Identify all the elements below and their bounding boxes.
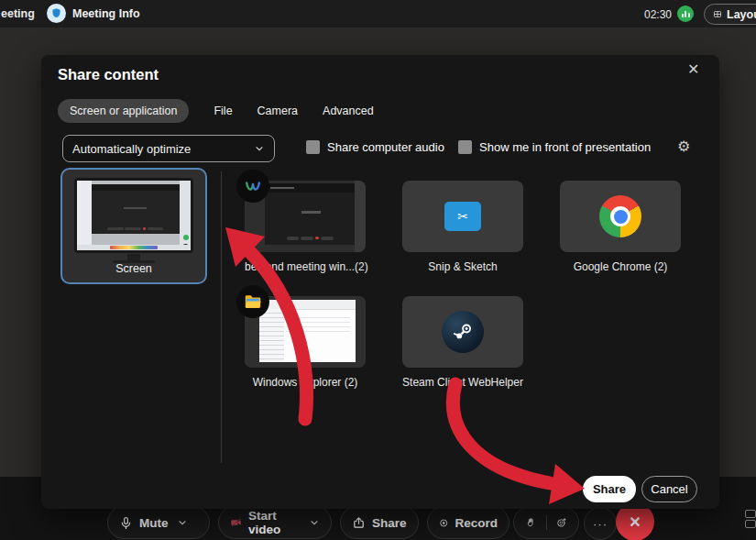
meeting-info-button[interactable]: Meeting Info	[72, 7, 140, 20]
tile-label: Google Chrome (2)	[560, 260, 681, 273]
window-title-partial: eeting	[1, 7, 35, 20]
layout-button[interactable]: Layout	[704, 4, 756, 25]
tab-camera[interactable]: Camera	[257, 105, 298, 117]
reactions-smiley-icon[interactable]	[556, 515, 567, 530]
start-video-label: Start video	[248, 509, 301, 536]
meeting-top-bar: eeting Meeting Info 02:30 Layout	[0, 0, 756, 28]
grid-layout-icon	[713, 8, 722, 20]
more-options-button[interactable]: ···	[584, 507, 617, 540]
webex-window-tile[interactable]: bex and meeting win...(2)	[245, 181, 366, 273]
meeting-shield-icon	[47, 4, 66, 23]
start-video-button[interactable]: Start video	[218, 506, 332, 539]
share-button[interactable]: Share	[583, 476, 636, 502]
close-icon[interactable]: ✕	[687, 62, 699, 77]
chevron-down-icon[interactable]	[177, 517, 188, 528]
toolbar-share-button[interactable]: Share	[340, 506, 419, 539]
connection-status-icon	[677, 6, 694, 22]
cancel-button[interactable]: Cancel	[641, 476, 697, 502]
show-me-in-front-checkbox[interactable]: Show me in front of presentation	[458, 140, 651, 154]
optimize-dropdown-value: Automatically optimize	[72, 142, 191, 156]
checkbox-box[interactable]	[458, 140, 472, 154]
record-button[interactable]: Record	[427, 506, 509, 539]
screen-thumbnail	[74, 178, 193, 253]
folder-icon	[236, 285, 269, 318]
screen-tile-label: Screen	[62, 262, 205, 275]
reactions-button[interactable]	[513, 506, 579, 539]
record-label: Record	[455, 516, 498, 530]
tile-label: Steam Client WebHelper	[402, 376, 523, 389]
tab-file[interactable]: File	[214, 105, 232, 117]
gear-icon[interactable]: ⚙	[677, 138, 690, 155]
steam-logo-icon	[442, 311, 484, 353]
windows-explorer-tile[interactable]: Windows Explorer (2)	[245, 296, 366, 389]
snip-sketch-icon: ✂	[444, 202, 481, 231]
share-computer-audio-checkbox[interactable]: Share computer audio	[306, 140, 444, 154]
webex-meeting-window: eeting Meeting Info 02:30 Layout Share c…	[0, 0, 756, 540]
share-content-dialog: Share content ✕ Screen or application Fi…	[41, 55, 719, 509]
checkbox-label: Share computer audio	[327, 140, 444, 154]
layout-button-label: Layout	[727, 8, 756, 21]
mute-label: Mute	[139, 516, 169, 530]
webex-logo-icon	[236, 170, 269, 203]
checkbox-box[interactable]	[306, 140, 320, 154]
participants-panel-icon-partial[interactable]	[745, 510, 756, 530]
chrome-logo-icon	[599, 195, 641, 237]
divider	[221, 171, 222, 463]
checkbox-label: Show me in front of presentation	[479, 140, 651, 154]
share-tabs: Screen or application File Camera Advanc…	[58, 99, 374, 123]
tab-screen-or-application[interactable]: Screen or application	[58, 99, 189, 123]
steam-webhelper-tile[interactable]: Steam Client WebHelper	[402, 296, 523, 389]
dialog-title: Share content	[58, 66, 159, 83]
toolbar-share-label: Share	[372, 516, 407, 530]
screen-share-tile[interactable]: Screen	[60, 168, 207, 284]
share-screen-icon	[352, 516, 366, 530]
mute-button[interactable]: Mute	[107, 506, 210, 539]
meeting-timer: 02:30	[644, 8, 672, 21]
chevron-down-icon	[254, 143, 265, 154]
tile-label: Windows Explorer (2)	[245, 376, 366, 389]
chevron-down-icon[interactable]	[309, 517, 320, 528]
tile-label: Snip & Sketch	[402, 260, 523, 273]
raise-hand-icon[interactable]	[525, 515, 536, 530]
record-icon	[439, 516, 448, 530]
snip-sketch-tile[interactable]: ✂ Snip & Sketch	[402, 181, 523, 273]
optimize-dropdown[interactable]: Automatically optimize	[62, 135, 275, 162]
divider	[546, 515, 547, 530]
tab-advanced[interactable]: Advanced	[323, 105, 374, 117]
camera-off-icon	[230, 515, 242, 530]
tile-label: bex and meeting win...(2)	[245, 260, 366, 273]
microphone-icon	[119, 516, 133, 530]
google-chrome-tile[interactable]: Google Chrome (2)	[560, 181, 681, 273]
